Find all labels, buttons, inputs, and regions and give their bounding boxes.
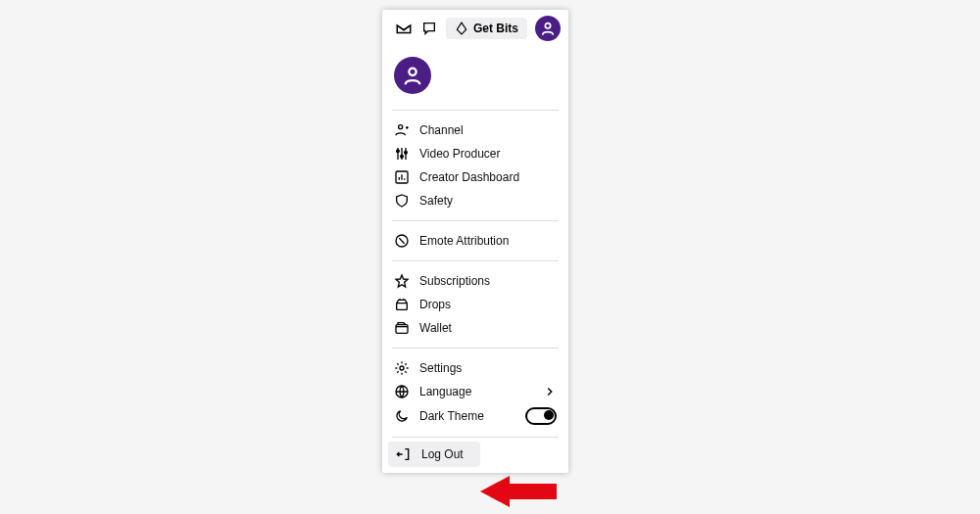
person-icon bbox=[394, 122, 410, 138]
dashboard-icon bbox=[394, 169, 410, 185]
menu-item-label: Emote Attribution bbox=[419, 234, 557, 248]
menu-item-label: Channel bbox=[419, 123, 557, 137]
sliders-icon bbox=[394, 146, 410, 162]
divider bbox=[392, 110, 559, 111]
inbox-icon[interactable] bbox=[395, 20, 413, 37]
divider bbox=[392, 348, 559, 349]
menu-item-drops[interactable]: Drops bbox=[382, 293, 568, 316]
svg-rect-9 bbox=[396, 325, 408, 334]
logout-icon bbox=[396, 446, 412, 462]
menu-item-wallet[interactable]: Wallet bbox=[382, 316, 568, 340]
svg-point-10 bbox=[400, 366, 404, 370]
wallet-icon bbox=[394, 320, 410, 336]
get-bits-label: Get Bits bbox=[473, 22, 518, 35]
logout-button[interactable]: Log Out bbox=[388, 442, 480, 467]
whispers-icon[interactable] bbox=[420, 20, 438, 37]
svg-point-4 bbox=[401, 155, 404, 158]
avatar-small[interactable] bbox=[535, 16, 561, 41]
menu-item-dark-theme[interactable]: Dark Theme bbox=[382, 403, 568, 429]
topbar: Get Bits bbox=[382, 10, 568, 51]
menu-item-settings[interactable]: Settings bbox=[382, 356, 568, 380]
callout-arrow bbox=[480, 472, 559, 511]
shield-icon bbox=[394, 193, 410, 209]
drops-icon bbox=[394, 297, 410, 312]
profile-row bbox=[382, 51, 568, 108]
menu-item-emote-attribution[interactable]: Emote Attribution bbox=[382, 229, 568, 253]
menu-item-label: Wallet bbox=[419, 321, 557, 335]
menu-item-label: Safety bbox=[419, 194, 557, 208]
globe-icon bbox=[394, 384, 410, 399]
menu-item-label: Subscriptions bbox=[419, 274, 557, 288]
svg-point-3 bbox=[397, 150, 400, 153]
menu-item-creator-dashboard[interactable]: Creator Dashboard bbox=[382, 165, 568, 189]
divider bbox=[392, 220, 559, 221]
user-dropdown-panel: Get Bits Channel Video Producer bbox=[382, 10, 568, 473]
menu-item-label: Dark Theme bbox=[419, 409, 515, 423]
svg-marker-12 bbox=[480, 476, 557, 507]
menu-item-language[interactable]: Language bbox=[382, 380, 568, 403]
menu-item-safety[interactable]: Safety bbox=[382, 189, 568, 212]
svg-point-5 bbox=[405, 151, 408, 154]
menu-group-4: Settings Language Dark Theme bbox=[382, 350, 568, 435]
svg-point-1 bbox=[409, 69, 416, 75]
menu-item-video-producer[interactable]: Video Producer bbox=[382, 142, 568, 165]
divider bbox=[392, 260, 559, 261]
menu-group-2: Emote Attribution bbox=[382, 223, 568, 258]
menu-group-1: Channel Video Producer Creator Dashboard… bbox=[382, 113, 568, 218]
menu-item-label: Drops bbox=[419, 298, 557, 311]
divider bbox=[392, 437, 559, 438]
menu-item-label: Language bbox=[419, 385, 533, 398]
get-bits-button[interactable]: Get Bits bbox=[446, 18, 527, 39]
menu-item-subscriptions[interactable]: Subscriptions bbox=[382, 269, 568, 293]
emote-icon bbox=[394, 233, 410, 249]
chevron-right-icon bbox=[543, 385, 557, 398]
bits-icon bbox=[455, 22, 468, 35]
svg-point-0 bbox=[545, 23, 550, 28]
svg-rect-8 bbox=[397, 304, 408, 310]
menu-item-label: Video Producer bbox=[419, 147, 557, 161]
star-icon bbox=[394, 273, 410, 289]
menu-group-3: Subscriptions Drops Wallet bbox=[382, 263, 568, 346]
menu-item-label: Settings bbox=[419, 361, 557, 375]
gear-icon bbox=[394, 360, 410, 376]
logout-label: Log Out bbox=[421, 447, 464, 461]
menu-item-label: Creator Dashboard bbox=[419, 170, 557, 184]
menu-item-channel[interactable]: Channel bbox=[382, 118, 568, 142]
dark-theme-toggle[interactable] bbox=[525, 407, 557, 425]
avatar-large[interactable] bbox=[394, 57, 431, 94]
svg-point-2 bbox=[399, 125, 403, 129]
moon-icon bbox=[394, 408, 410, 424]
